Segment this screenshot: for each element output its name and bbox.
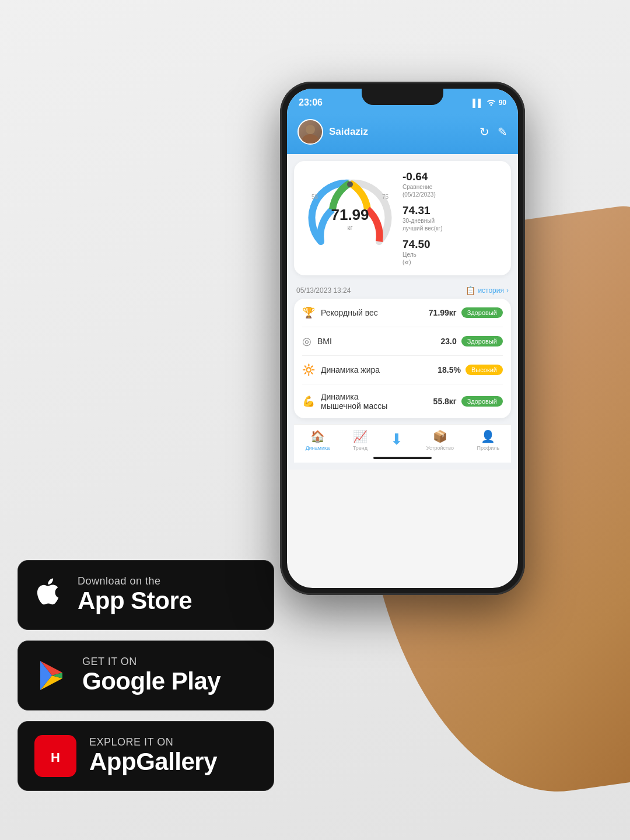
- metrics-list: 🏆 Рекордный вес 71.99кг Здоровый ◎ BMI: [294, 299, 511, 418]
- nav-item-add[interactable]: ⬇: [390, 430, 403, 450]
- main-content: 58 75 71.99 кг -0.64 Сравнение(05/12/202…: [287, 154, 518, 470]
- gauge-weight: 71.99: [331, 206, 369, 224]
- nav-device-label: Устройство: [426, 445, 454, 451]
- muscle-metric-value: 55.8кг: [433, 397, 457, 406]
- nav-dynamics-icon: 🏠: [310, 429, 325, 443]
- refresh-icon[interactable]: ↻: [480, 125, 489, 139]
- stat-goal-value: 74.50: [402, 238, 502, 251]
- header-actions: ↻ ✎: [480, 125, 508, 139]
- gauge-container: 58 75 71.99 кг: [303, 172, 397, 265]
- app-store-text: Download on the App Store: [78, 575, 192, 614]
- header-user: Saidaziz: [298, 119, 368, 145]
- app-store-button[interactable]: Download on the App Store: [18, 560, 274, 630]
- metric-row-fat: 🔆 Динамика жира 18.5% Высокий: [302, 356, 503, 384]
- metric-right-muscle: 55.8кг Здоровый: [433, 396, 503, 407]
- notch: [362, 89, 443, 105]
- status-icons: ▌▌ 90: [473, 98, 506, 108]
- date-display: 05/13/2023 13:24: [296, 286, 351, 295]
- history-label: история: [478, 286, 504, 295]
- nav-add-icon: ⬇: [390, 430, 403, 449]
- weight-metric-label: Рекордный вес: [321, 308, 378, 317]
- nav-trend-label: Тренд: [353, 445, 368, 451]
- weight-metric-icon: 🏆: [302, 306, 315, 319]
- nav-item-dynamics[interactable]: 🏠 Динамика: [306, 429, 330, 451]
- signal-icon: ▌▌: [473, 99, 483, 107]
- avatar: [298, 119, 323, 145]
- phone-frame: 23:06 ▌▌ 90: [280, 82, 525, 595]
- metric-left-bmi: ◎ BMI: [302, 335, 332, 348]
- chevron-right-icon: ›: [506, 286, 509, 295]
- google-play-button[interactable]: GET IT ON Google Play: [18, 640, 274, 710]
- bmi-metric-label: BMI: [317, 337, 332, 346]
- svg-point-6: [347, 181, 353, 187]
- stat-30day-value: 74.31: [402, 204, 502, 217]
- app-header: Saidaziz ↻ ✎: [287, 114, 518, 154]
- gauge-unit: кг: [331, 224, 369, 231]
- bmi-metric-icon: ◎: [302, 335, 312, 348]
- google-play-icon: [34, 658, 69, 693]
- metric-right-fat: 18.5% Высокий: [438, 365, 503, 375]
- user-name: Saidaziz: [329, 126, 368, 138]
- google-play-top-line: GET IT ON: [82, 656, 220, 668]
- metric-row-weight: 🏆 Рекордный вес 71.99кг Здоровый: [302, 299, 503, 327]
- gauge-label-left: 58: [312, 194, 318, 200]
- app-store-top-line: Download on the: [78, 575, 192, 587]
- svg-text:H: H: [51, 750, 60, 765]
- bmi-metric-value: 23.0: [440, 337, 456, 346]
- gauge-labels: 58 75: [303, 194, 397, 200]
- history-icon: 📋: [466, 286, 475, 295]
- phone-wrapper: 23:06 ▌▌ 90: [251, 47, 630, 747]
- home-indicator: [294, 453, 511, 463]
- app-gallery-top-line: EXPLORE IT ON: [89, 736, 217, 748]
- stat-comparison-value: -0.64: [402, 170, 502, 183]
- date-row: 05/13/2023 13:24 📋 история ›: [294, 282, 511, 299]
- weight-metric-value: 71.99кг: [429, 308, 457, 317]
- fat-metric-icon: 🔆: [302, 363, 315, 376]
- metric-row-muscle: 💪 Динамикамышечной массы 55.8кг Здоровый: [302, 384, 503, 418]
- wifi-icon: [487, 98, 496, 108]
- weight-stats: -0.64 Сравнение(05/12/2023) 74.31 30-дне…: [402, 170, 502, 266]
- app-gallery-bottom-line: AppGallery: [89, 748, 217, 775]
- svg-point-4: [306, 125, 315, 134]
- gauge-center: 71.99 кг: [331, 206, 369, 231]
- phone-screen: 23:06 ▌▌ 90: [287, 89, 518, 588]
- bmi-metric-badge: Здоровый: [461, 336, 503, 346]
- nav-item-trend[interactable]: 📈 Тренд: [353, 429, 368, 451]
- metric-right-bmi: 23.0 Здоровый: [440, 336, 503, 346]
- app-gallery-button[interactable]: H EXPLORE IT ON AppGallery: [18, 721, 274, 791]
- home-bar: [373, 457, 432, 459]
- status-time: 23:06: [299, 97, 323, 108]
- stat-30day-label: 30-дневныйлучший вес(кг): [402, 217, 502, 232]
- history-link[interactable]: 📋 история ›: [466, 286, 509, 295]
- bottom-nav: 🏠 Динамика 📈 Тренд ⬇ 📦 Устройство: [294, 424, 511, 453]
- weight-metric-badge: Здоровый: [461, 307, 503, 318]
- edit-icon[interactable]: ✎: [498, 125, 508, 139]
- metric-left-fat: 🔆 Динамика жира: [302, 363, 380, 376]
- nav-trend-icon: 📈: [353, 429, 368, 443]
- stat-comparison: -0.64 Сравнение(05/12/2023): [402, 170, 502, 198]
- muscle-metric-icon: 💪: [302, 395, 315, 408]
- muscle-metric-badge: Здоровый: [461, 396, 503, 407]
- fat-metric-label: Динамика жира: [321, 365, 380, 374]
- stat-goal-label: Цель(кг): [402, 251, 502, 266]
- nav-item-device[interactable]: 📦 Устройство: [426, 429, 454, 451]
- stat-comparison-label: Сравнение(05/12/2023): [402, 183, 502, 198]
- apple-icon: [34, 576, 65, 614]
- app-store-bottom-line: App Store: [78, 587, 192, 614]
- nav-device-icon: 📦: [433, 429, 447, 443]
- metric-row-bmi: ◎ BMI 23.0 Здоровый: [302, 327, 503, 356]
- nav-item-profile[interactable]: 👤 Профиль: [477, 429, 499, 451]
- svg-point-5: [302, 134, 318, 144]
- svg-point-3: [490, 104, 492, 106]
- metric-right-weight: 71.99кг Здоровый: [429, 307, 503, 318]
- google-play-bottom-line: Google Play: [82, 668, 220, 695]
- metric-left-weight: 🏆 Рекордный вес: [302, 306, 378, 319]
- fat-metric-value: 18.5%: [438, 365, 461, 374]
- store-buttons-container: Download on the App Store GET IT ON Goog…: [18, 560, 274, 791]
- muscle-metric-label: Динамикамышечной массы: [321, 392, 387, 411]
- app-gallery-text: EXPLORE IT ON AppGallery: [89, 736, 217, 775]
- gauge-label-right: 75: [382, 194, 388, 200]
- weight-card: 58 75 71.99 кг -0.64 Сравнение(05/12/202…: [294, 161, 511, 275]
- nav-profile-icon: 👤: [481, 429, 495, 443]
- fat-metric-badge: Высокий: [466, 365, 503, 375]
